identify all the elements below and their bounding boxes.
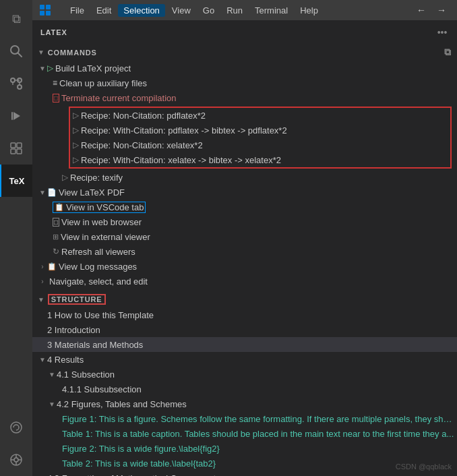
commands-collapse-icon[interactable]: ⧉ bbox=[444, 47, 452, 58]
structure-section-header[interactable]: ▼ STRUCTURE bbox=[32, 291, 457, 307]
struct-s411[interactable]: 4.1.1 Subsubsection bbox=[32, 382, 457, 396]
viewweb-item[interactable]: □ View in web browser bbox=[32, 214, 457, 229]
menu-view[interactable]: View bbox=[166, 4, 196, 17]
svg-point-13 bbox=[14, 458, 18, 462]
main-area: File Edit Selection View Go Run Terminal… bbox=[32, 0, 457, 476]
menu-terminal[interactable]: Terminal bbox=[249, 4, 293, 17]
viewpdf-chevron-icon: ▼ bbox=[38, 189, 47, 196]
viewexternal-label: View in external viewer bbox=[61, 232, 150, 242]
struct-s41-chevron: ▼ bbox=[47, 371, 57, 378]
refresh-icon: ↻ bbox=[53, 247, 59, 256]
panel-header: LATEX ••• bbox=[32, 20, 457, 44]
navigate-item[interactable]: › Navigate, select, and edit bbox=[32, 274, 457, 289]
activity-git-icon[interactable] bbox=[0, 67, 32, 100]
struct-tab2-label: Table 2: This is a wide table.\label{tab… bbox=[62, 458, 216, 469]
activity-explorer-icon[interactable]: ⧉ bbox=[0, 3, 32, 35]
struct-s1[interactable]: 1 How to Use this Template bbox=[32, 307, 457, 322]
viewpdf-label: View LaTeX PDF bbox=[59, 187, 125, 198]
recipes-group: ▷ Recipe: Non-Citation: pdflatex*2 ▷ Rec… bbox=[69, 107, 452, 169]
cleanup-item[interactable]: ≡ Clean up auxiliary files bbox=[32, 76, 457, 90]
struct-s43-label: 4.3 Formatting of Mathematical Component… bbox=[47, 473, 220, 477]
struct-tab2[interactable]: Table 2: This is a wide table.\label{tab… bbox=[32, 456, 457, 471]
struct-s42-label: 4.2 Figures, Tables and Schemes bbox=[57, 399, 187, 409]
recipe1-label: Recipe: Non-Citation: pdflatex*2 bbox=[81, 111, 206, 121]
menu-file[interactable]: File bbox=[65, 4, 90, 17]
struct-s3[interactable]: 3 Materials and Methods bbox=[32, 337, 457, 352]
struct-s42[interactable]: ▼ 4.2 Figures, Tables and Schemes bbox=[32, 396, 457, 411]
menu-selection[interactable]: Selection bbox=[118, 4, 164, 17]
svg-point-11 bbox=[11, 422, 22, 433]
activity-debug-icon[interactable] bbox=[0, 100, 32, 132]
activity-bar: ⧉ bbox=[0, 0, 32, 476]
svg-rect-21 bbox=[46, 11, 51, 16]
svg-rect-6 bbox=[11, 112, 13, 120]
viewlog-item[interactable]: › 📋 View Log messages bbox=[32, 259, 457, 274]
recipe2-item[interactable]: ▷ Recipe: With-Citation: pdflatex -> bib… bbox=[70, 123, 450, 138]
struct-s42-chevron: ▼ bbox=[47, 400, 57, 408]
viewlog-label: View Log messages bbox=[59, 262, 137, 272]
recipe-texify-icon: ▷ bbox=[62, 173, 68, 182]
navigate-label: Navigate, select, and edit bbox=[49, 276, 148, 287]
menu-run[interactable]: Run bbox=[221, 4, 248, 17]
struct-s43[interactable]: 4.3 Formatting of Mathematical Component… bbox=[32, 471, 457, 476]
recipe3-label: Recipe: Non-Citation: xelatex*2 bbox=[81, 140, 203, 150]
viewlog-chevron-icon: › bbox=[38, 263, 47, 270]
build-item[interactable]: ▼ ▷ Build LaTeX project bbox=[32, 61, 457, 76]
build-label: Build LaTeX project bbox=[55, 63, 131, 73]
struct-s41[interactable]: ▼ 4.1 Subsection bbox=[32, 367, 457, 382]
cleanup-icon: ≡ bbox=[53, 78, 57, 88]
refresh-item[interactable]: ↻ Refresh all viewers bbox=[32, 244, 457, 259]
svg-rect-19 bbox=[46, 5, 51, 9]
structure-label: STRUCTURE bbox=[51, 295, 102, 303]
struct-fig1[interactable]: Figure 1: This is a figure. Schemes foll… bbox=[32, 411, 457, 426]
svg-rect-20 bbox=[40, 11, 44, 16]
struct-fig2[interactable]: Figure 2: This is a wide figure.\label{f… bbox=[32, 441, 457, 456]
build-play-icon: ▷ bbox=[47, 63, 53, 73]
recipe4-item[interactable]: ▷ Recipe: With-Citation: xelatex -> bibt… bbox=[70, 152, 450, 167]
viewexternal-item[interactable]: ⊞ View in external viewer bbox=[32, 229, 457, 244]
struct-s2[interactable]: 2 Introduction bbox=[32, 322, 457, 337]
panel-more-button[interactable]: ••• bbox=[435, 26, 449, 39]
build-chevron-icon: ▼ bbox=[38, 65, 47, 72]
viewweb-icon: □ bbox=[53, 218, 59, 227]
struct-tab1[interactable]: Table 1: This is a table caption. Tables… bbox=[32, 426, 457, 441]
struct-s3-label: 3 Materials and Methods bbox=[47, 340, 143, 350]
activity-extensions-icon[interactable] bbox=[0, 132, 32, 165]
tex-label: TeX bbox=[9, 176, 25, 186]
activity-search-icon[interactable] bbox=[0, 35, 32, 67]
viewvscode-item[interactable]: 📋 View in VSCode tab bbox=[32, 200, 457, 214]
menu-help[interactable]: Help bbox=[295, 4, 324, 17]
menu-go[interactable]: Go bbox=[197, 4, 220, 17]
viewvscode-icon: 📋 bbox=[55, 203, 64, 212]
commands-chevron-icon: ▼ bbox=[38, 49, 45, 56]
viewpdf-item[interactable]: ▼ 📄 View LaTeX PDF bbox=[32, 185, 457, 200]
panel-actions: ••• bbox=[435, 26, 449, 39]
svg-rect-8 bbox=[17, 143, 22, 148]
panel-title: LATEX bbox=[40, 28, 67, 36]
recipe-texify-item[interactable]: ▷ Recipe: texify bbox=[32, 170, 457, 185]
sidebar: LATEX ••• ▼ COMMANDS ⧉ ▼ ▷ Build LaTeX p… bbox=[32, 20, 457, 476]
activity-tex-icon[interactable]: TeX bbox=[0, 165, 32, 197]
svg-rect-18 bbox=[40, 5, 44, 9]
activity-gitlens-icon[interactable] bbox=[0, 411, 32, 444]
viewlog-icon: 📋 bbox=[47, 262, 57, 271]
recipe3-item[interactable]: ▷ Recipe: Non-Citation: xelatex*2 bbox=[70, 138, 450, 152]
recipe2-label: Recipe: With-Citation: pdflatex -> bibte… bbox=[81, 125, 287, 136]
forward-button[interactable]: → bbox=[433, 3, 450, 17]
terminate-icon: □ bbox=[53, 94, 59, 102]
svg-marker-5 bbox=[13, 112, 20, 120]
back-button[interactable]: ← bbox=[413, 3, 430, 17]
recipe2-icon: ▷ bbox=[73, 125, 79, 135]
struct-s4[interactable]: ▼ 4 Results bbox=[32, 352, 457, 367]
commands-section-header[interactable]: ▼ COMMANDS ⧉ bbox=[32, 44, 457, 61]
menu-edit[interactable]: Edit bbox=[91, 4, 117, 17]
title-bar: File Edit Selection View Go Run Terminal… bbox=[32, 0, 457, 20]
terminate-item[interactable]: □ Terminate current compilation bbox=[32, 90, 457, 105]
svg-point-3 bbox=[18, 85, 22, 89]
recipe4-label: Recipe: With-Citation: xelatex -> bibtex… bbox=[81, 155, 281, 165]
activity-remote-icon[interactable] bbox=[0, 444, 32, 476]
structure-chevron-icon: ▼ bbox=[38, 296, 45, 303]
struct-s1-label: 1 How to Use this Template bbox=[47, 310, 154, 320]
recipe1-item[interactable]: ▷ Recipe: Non-Citation: pdflatex*2 bbox=[70, 108, 450, 123]
recipe3-icon: ▷ bbox=[73, 140, 79, 150]
